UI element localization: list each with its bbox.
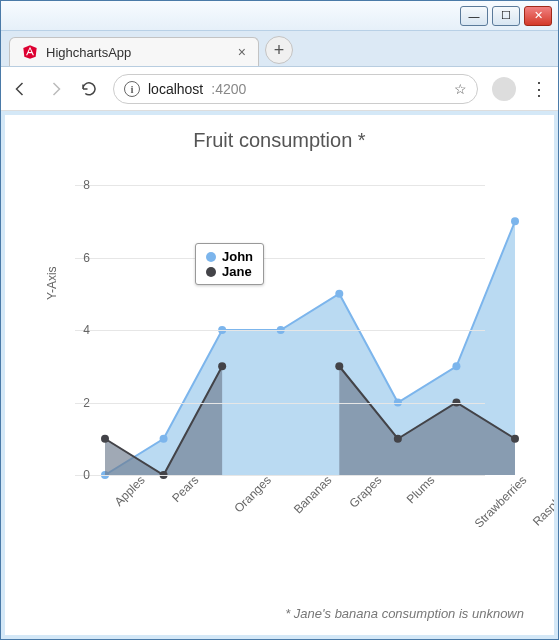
window-close-button[interactable]: ✕ xyxy=(524,6,552,26)
window-minimize-button[interactable]: — xyxy=(460,6,488,26)
x-tick: Plums xyxy=(404,473,437,506)
chart: Y-Axis 02468ApplesPearsOrangesBananasGra… xyxy=(75,175,515,515)
nav-toolbar: i localhost:4200 ☆ ⋮ xyxy=(1,67,558,111)
plus-icon: + xyxy=(274,40,285,61)
svg-point-6 xyxy=(452,362,460,370)
new-tab-button[interactable]: + xyxy=(265,36,293,64)
back-button[interactable] xyxy=(11,79,31,99)
url-port: :4200 xyxy=(211,81,246,97)
address-bar[interactable]: i localhost:4200 ☆ xyxy=(113,74,478,104)
forward-button[interactable] xyxy=(45,79,65,99)
window-maximize-button[interactable]: ☐ xyxy=(492,6,520,26)
x-tick: Grapes xyxy=(347,473,385,511)
y-tick: 0 xyxy=(70,468,90,482)
svg-point-1 xyxy=(160,435,168,443)
close-icon: ✕ xyxy=(534,9,543,22)
legend-marker-john xyxy=(206,252,216,262)
svg-point-7 xyxy=(511,217,519,225)
chart-title: Fruit consumption * xyxy=(5,115,554,152)
x-tick: Oranges xyxy=(232,473,274,515)
menu-button[interactable]: ⋮ xyxy=(530,78,548,100)
svg-point-12 xyxy=(394,435,402,443)
legend-label-jane: Jane xyxy=(222,264,252,279)
x-tick: Strawberries xyxy=(472,473,530,531)
x-tick: Raspberries xyxy=(530,473,554,529)
y-tick: 6 xyxy=(70,251,90,265)
browser-tab[interactable]: HighchartsApp × xyxy=(9,37,259,66)
legend-label-john: John xyxy=(222,249,253,264)
y-axis-label: Y-Axis xyxy=(45,266,59,300)
x-tick: Pears xyxy=(169,473,201,505)
svg-point-11 xyxy=(335,362,343,370)
maximize-icon: ☐ xyxy=(501,9,511,22)
legend[interactable]: John Jane xyxy=(195,243,264,285)
site-info-icon[interactable]: i xyxy=(124,81,140,97)
y-tick: 8 xyxy=(70,178,90,192)
window-titlebar: — ☐ ✕ xyxy=(1,1,558,31)
chart-caption: * Jane's banana consumption is unknown xyxy=(5,606,554,621)
page-content: Fruit consumption * Y-Axis 02468ApplesPe… xyxy=(5,115,554,635)
y-tick: 2 xyxy=(70,396,90,410)
svg-point-8 xyxy=(101,435,109,443)
tab-strip: HighchartsApp × + xyxy=(1,31,558,67)
reload-button[interactable] xyxy=(79,79,99,99)
x-tick: Bananas xyxy=(291,473,334,516)
minimize-icon: — xyxy=(469,10,480,22)
browser-window: — ☐ ✕ HighchartsApp × + i xyxy=(0,0,559,640)
svg-point-4 xyxy=(335,290,343,298)
url-host: localhost xyxy=(148,81,203,97)
legend-item-jane[interactable]: Jane xyxy=(206,264,253,279)
legend-item-john[interactable]: John xyxy=(206,249,253,264)
bookmark-star-icon[interactable]: ☆ xyxy=(454,81,467,97)
svg-point-14 xyxy=(511,435,519,443)
profile-avatar[interactable] xyxy=(492,77,516,101)
legend-marker-jane xyxy=(206,267,216,277)
y-tick: 4 xyxy=(70,323,90,337)
x-tick: Apples xyxy=(112,473,148,509)
angular-icon xyxy=(22,44,38,60)
tab-title: HighchartsApp xyxy=(46,45,230,60)
tab-close-button[interactable]: × xyxy=(238,44,246,60)
svg-point-10 xyxy=(218,362,226,370)
